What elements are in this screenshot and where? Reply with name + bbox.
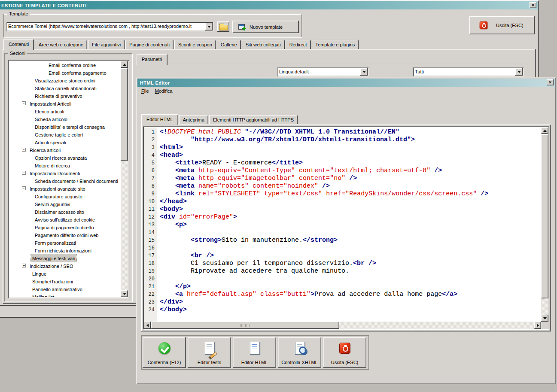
template-combobox[interactable]: Ecommerce Tomei (https://www.tomeiwaters… (6, 22, 213, 31)
tree-item-pagamento-differito-ordini-web[interactable]: Pagamento differito ordini web (9, 231, 121, 239)
code-token: http-equiv= (198, 167, 241, 174)
tree-item-visualizzazione-storico-ordini[interactable]: Visualizzazione storico ordini (9, 76, 121, 84)
toolbar-button-conferma-f12[interactable]: Conferma (F12) (143, 337, 186, 368)
editor-tab-strip: Editor HTMLAnteprimaElementi HTTP aggior… (141, 114, 298, 125)
tree-item-statistica-carrelli-abbandonati[interactable]: Statistica carrelli abbandonati (9, 84, 121, 92)
tree-item-messaggi-e-testi-vari[interactable]: Messaggi e testi vari (9, 254, 121, 262)
toolbar-button-editor-testo[interactable]: Editor testo (188, 337, 231, 368)
tree-item-impostazioni-articoli[interactable]: -Impostazioni Articoli (9, 100, 121, 107)
tree-item-form-personalizzati[interactable]: Form personalizzati (9, 239, 121, 246)
collapse-icon[interactable]: - (22, 101, 26, 105)
line-number: 3 (144, 144, 155, 152)
editor-tab-elementi-http-aggiornabili-ad-https[interactable]: Elementi HTTP aggiornabili ad HTTPS (209, 115, 298, 124)
language-combobox[interactable]: Lingua default (277, 67, 368, 76)
language-combobox-dropdown-button[interactable] (360, 68, 368, 76)
template-combobox-dropdown-button[interactable] (205, 23, 213, 30)
vertical-scroll-thumb[interactable] (541, 134, 548, 298)
main-tab-pagine-di-contenuti[interactable]: Pagine di contenuti (125, 40, 173, 49)
code-token: > (233, 213, 237, 221)
scroll-up-button[interactable] (541, 127, 548, 134)
toolbar-button-editor-html[interactable]: Editor HTML (233, 337, 276, 368)
scroll-down-button[interactable] (541, 315, 548, 322)
code-token: href= (187, 291, 206, 298)
toolbar-button-uscita-esc[interactable]: Uscita (ESC) (323, 337, 366, 368)
tree-item-stringhe-traduzioni[interactable]: Stringhe/Traduzioni (9, 277, 121, 285)
main-tab-aree-web-e-categorie[interactable]: Aree web e categorie (35, 40, 87, 49)
tree-scroll-down-button[interactable] (121, 290, 128, 297)
tree-item-articoli-speciali[interactable]: Articoli speciali (9, 138, 121, 146)
tree-item-impostazioni-avanzate-sito[interactable]: -Impostazioni avanzate sito (9, 185, 121, 192)
tree-item-opzioni-ricerca-avanzata[interactable]: Opzioni ricerca avanzata (9, 154, 121, 161)
code-editor[interactable]: 123456789101112131415161718192021222324 … (143, 126, 549, 330)
tree-item-gestione-taglie-e-colori[interactable]: Gestione taglie e colori (9, 131, 121, 138)
tree-item-richieste-di-preventivo[interactable]: Richieste di preventivo (9, 92, 121, 100)
tree-scroll-thumb[interactable] (121, 68, 128, 161)
collapse-icon[interactable]: - (22, 148, 26, 152)
web-area-combobox[interactable]: Tutti (413, 67, 524, 76)
tree-item-email-conferma-ordine[interactable]: Email conferma ordine (9, 61, 121, 69)
collapse-icon[interactable]: - (22, 186, 26, 190)
code-token (256, 291, 260, 298)
tree-item-email-conferma-pagamento[interactable]: Email conferma pagamento (9, 69, 121, 76)
exit-icon (478, 20, 489, 30)
code-token: "no" (330, 175, 345, 182)
new-template-button[interactable]: Nuovo template (232, 21, 299, 33)
main-tab-template-e-plugins[interactable]: Template e plugins (312, 40, 359, 49)
exit-esc-button[interactable]: Uscita (ESC) (469, 16, 535, 34)
code-line: </div> (160, 298, 541, 306)
code-area[interactable]: <!DOCTYPE html PUBLIC "-//W3C//DTD XHTML… (157, 127, 541, 322)
scroll-right-button[interactable] (534, 322, 541, 329)
tree-item-scheda-articolo[interactable]: Scheda articolo (9, 115, 121, 123)
tree-item-configuratore-acquisto[interactable]: Configuratore acquisto (9, 192, 121, 200)
horizontal-scrollbar[interactable] (144, 322, 541, 329)
main-tab-contenuti[interactable]: Contenuti (3, 39, 34, 50)
vertical-scrollbar[interactable] (541, 127, 548, 322)
tree-vertical-scrollbar[interactable] (121, 61, 128, 297)
code-token: READY - E-commerce (202, 159, 272, 167)
code-token: <link (175, 190, 198, 198)
tree-item-impostazioni-documenti[interactable]: -Impostazioni Documenti (9, 169, 121, 177)
tree-scroll-up-button[interactable] (121, 61, 128, 68)
tree-item-motore-di-ricerca[interactable]: Motore di ricerca (9, 161, 121, 169)
main-tab-redirect[interactable]: Redirect (286, 40, 311, 49)
tree-item-ricerca-articoli[interactable]: -Ricerca articoli (9, 146, 121, 154)
main-tab-gallerie[interactable]: Gallerie (217, 40, 241, 49)
tree-item-disponibilita-e-tempi-di-consegna[interactable]: Disponibilita' e tempi di consegna (9, 123, 121, 131)
tree-item-label: Configuratore acquisto (33, 192, 84, 200)
tree-item-scheda-documento-elenchi-documenti[interactable]: Scheda documento / Elenchi documenti (9, 177, 121, 185)
tree-item-label: Scheda articolo (33, 115, 69, 123)
sections-tree[interactable]: Email conferma ordineEmail conferma paga… (8, 60, 129, 298)
code-token: href= (326, 190, 345, 198)
horizontal-scroll-thumb[interactable] (151, 322, 339, 329)
tree-item-elenco-articoli[interactable]: Elenco articoli (9, 107, 121, 115)
line-number: 8 (144, 182, 155, 190)
toolbar-button-controlla-xhtml[interactable]: Controlla XHTML (278, 337, 321, 368)
tree-item-pagina-di-pagamento-diretto[interactable]: Pagina di pagamento diretto (9, 223, 121, 231)
editor-tab-anteprima[interactable]: Anteprima (179, 115, 208, 124)
web-area-combobox-dropdown-button[interactable] (515, 68, 523, 76)
collapse-icon[interactable]: - (22, 171, 26, 175)
tree-item-lingue[interactable]: Lingue (9, 270, 121, 277)
tree-item-indicizzazione-seo[interactable]: +Indicizzazione / SEO (9, 262, 121, 270)
tree-item-label: Mailing list (31, 293, 55, 297)
main-tab-siti-web-collegati[interactable]: Siti web collegati (242, 40, 285, 49)
tree-item-form-richiesta-informazioni[interactable]: Form richiesta informazioni (9, 246, 121, 254)
tree-item-servizi-aggiuntivi[interactable]: Servizi aggiuntivi (9, 200, 121, 208)
tree-item-disclaimer-accesso-sito[interactable]: Disclaimer accesso sito (9, 208, 121, 216)
main-close-button[interactable]: ✕ (530, 2, 536, 8)
tree-item-pannello-amministrativo[interactable]: Pannello amministrativo (9, 285, 121, 293)
toolbar-button-label: Editor HTML (233, 360, 276, 365)
main-tab-sconti-e-coupon[interactable]: Sconti e coupon (174, 40, 216, 49)
tree-item-mailing-list[interactable]: Mailing list (9, 293, 121, 297)
main-tab-file-aggiuntivi[interactable]: File aggiuntivi (88, 40, 125, 49)
open-template-folder-button[interactable] (217, 21, 229, 32)
code-token: "Content-Type" (241, 167, 295, 174)
code-line: </p> (160, 283, 541, 291)
code-token: /> (345, 175, 357, 182)
tree-item-avviso-sull-utilizzo-dei-cookie[interactable]: Avviso sull'utilizzo dei cookie (9, 216, 121, 223)
param-tab-parametri[interactable]: Parametri (137, 54, 167, 65)
expand-icon[interactable]: + (22, 264, 26, 267)
scroll-left-button[interactable] (144, 322, 151, 329)
main-titlebar[interactable]: ESTIONE TEMPLATE E CONTENUTI ✕ (0, 1, 538, 9)
editor-tab-editor-html[interactable]: Editor HTML (141, 114, 178, 125)
